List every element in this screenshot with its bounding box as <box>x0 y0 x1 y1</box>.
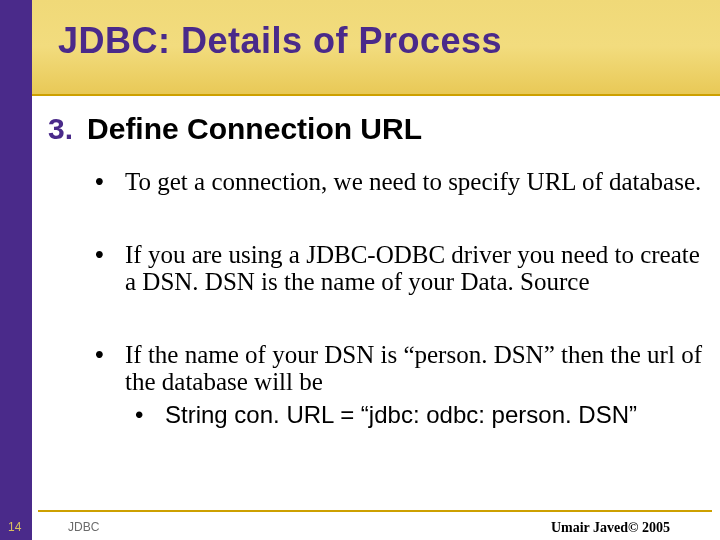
copyright: Umair Javed© 2005 <box>551 520 670 536</box>
list-item: To get a connection, we need to specify … <box>95 168 710 195</box>
section-heading: Define Connection URL <box>87 112 422 146</box>
footer: 14 JDBC Umair Javed© 2005 <box>0 510 720 540</box>
slide-title: JDBC: Details of Process <box>58 20 502 62</box>
list-item: If you are using a JDBC-ODBC driver you … <box>95 241 710 295</box>
footer-rule <box>38 510 712 512</box>
footer-label: JDBC <box>68 520 99 534</box>
bullet-list: To get a connection, we need to specify … <box>95 168 710 475</box>
section-heading-row: 3. Define Connection URL <box>48 112 422 146</box>
sub-list-item: String con. URL = “jdbc: odbc: person. D… <box>135 401 710 429</box>
page-number: 14 <box>8 520 21 534</box>
left-stripe <box>0 0 32 540</box>
section-number: 3. <box>48 112 73 146</box>
list-item-text: If the name of your DSN is “person. DSN”… <box>125 341 702 395</box>
list-item: If the name of your DSN is “person. DSN”… <box>95 341 710 429</box>
